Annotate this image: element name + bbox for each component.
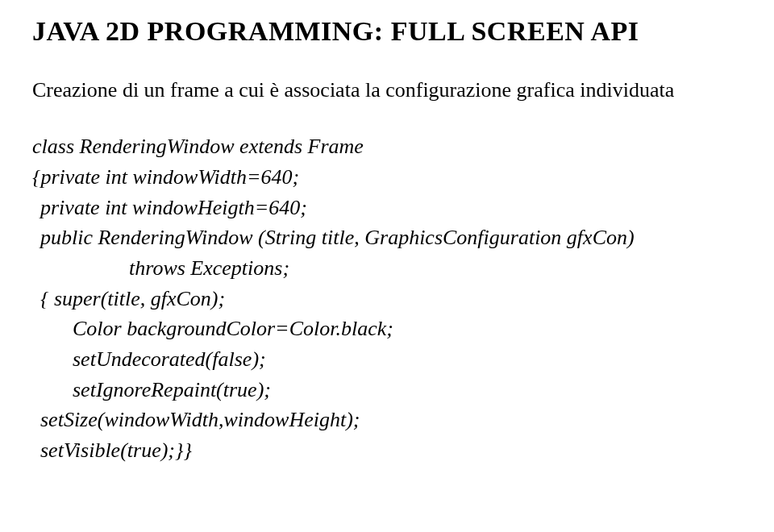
code-block: class RenderingWindow extends Frame {pri… <box>32 131 750 466</box>
code-line: setSize(windowWidth,windowHeight); <box>32 405 750 435</box>
code-line: setVisible(true);}} <box>32 435 750 466</box>
code-line: throws Exceptions; <box>32 253 750 284</box>
page-title: JAVA 2D PROGRAMMING: FULL SCREEN API <box>32 16 750 47</box>
code-line: Color backgroundColor=Color.black; <box>32 314 750 344</box>
code-line: public RenderingWindow (String title, Gr… <box>32 222 750 253</box>
intro-paragraph: Creazione di un frame a cui è associata … <box>32 77 750 102</box>
code-line: setUndecorated(false); <box>32 344 750 375</box>
code-line: {private int windowWidth=640; <box>32 162 750 193</box>
code-line: setIgnoreRepaint(true); <box>32 375 750 405</box>
code-line: private int windowHeigth=640; <box>32 193 750 223</box>
document-page: JAVA 2D PROGRAMMING: FULL SCREEN API Cre… <box>0 0 774 532</box>
code-line: { super(title, gfxCon); <box>32 284 750 314</box>
code-line: class RenderingWindow extends Frame <box>32 131 750 162</box>
